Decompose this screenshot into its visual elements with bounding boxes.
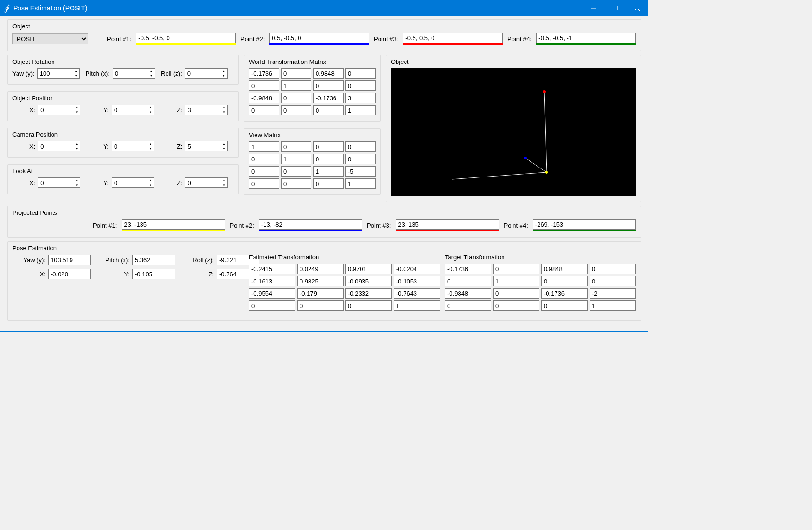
matrix-cell [541,276,588,286]
spin-down-icon[interactable]: ▼ [221,110,227,115]
spin-down-icon[interactable]: ▼ [147,183,154,187]
matrix-cell [249,300,295,311]
estimated-title: Estimated Transformation [249,254,440,261]
lookz-spinner[interactable]: ▲▼ [185,177,228,188]
proj3-underline [396,230,499,231]
spin-down-icon[interactable]: ▼ [221,73,227,78]
lookz-label: Z: [177,179,183,186]
spin-down-icon[interactable]: ▼ [221,146,227,151]
world-matrix-title: World Transformation Matrix [249,58,376,65]
pitch-spinner[interactable]: ▲▼ [113,68,155,79]
posz-label: Z: [177,106,183,114]
matrix-cell [345,288,392,299]
matrix-cell [445,264,491,274]
matrix-cell [249,166,279,177]
spin-down-icon[interactable]: ▼ [148,73,155,78]
matrix-cell [281,105,311,115]
point4-input[interactable] [536,33,636,43]
viewport-title: Object [391,58,636,65]
matrix-cell [345,276,392,286]
spin-down-icon[interactable]: ▼ [73,146,80,151]
matrix-cell [313,68,344,79]
matrix-cell [345,93,376,103]
projected-title: Projected Points [12,209,636,216]
posx-spinner[interactable]: ▲▼ [38,105,80,115]
viewport-3d[interactable] [391,68,636,196]
rotation-group: Object Rotation Yaw (y):▲▼ Pitch (x):▲▼ … [7,55,239,85]
yaw-spinner[interactable]: ▲▼ [37,68,80,79]
roll-spinner[interactable]: ▲▼ [185,68,228,79]
proj2-underline [259,230,362,231]
maximize-button[interactable] [604,0,626,16]
spin-down-icon[interactable]: ▼ [221,183,227,187]
spin-up-icon[interactable]: ▲ [73,178,80,183]
viewport-group: Object [386,55,641,202]
svg-point-9 [524,157,527,159]
spin-down-icon[interactable]: ▼ [73,110,80,115]
matrix-cell [345,68,376,79]
matrix-cell [394,288,440,299]
view-matrix-grid [249,141,376,189]
posy-spinner[interactable]: ▲▼ [112,105,154,115]
spin-up-icon[interactable]: ▲ [73,141,80,146]
minimize-button[interactable] [583,0,604,16]
spin-down-icon[interactable]: ▼ [73,183,80,187]
spin-up-icon[interactable]: ▲ [73,105,80,110]
matrix-cell [249,80,279,91]
proj1-output [122,219,225,230]
proj3-label: Point #3: [367,222,391,229]
main-window: ∮ Pose Estimation (POSIT) Object POSIT P… [0,0,648,332]
spin-up-icon[interactable]: ▲ [221,105,227,110]
matrix-cell [445,276,491,286]
spin-up-icon[interactable]: ▲ [147,178,154,183]
svg-point-7 [545,171,548,174]
target-matrix-grid [445,264,636,311]
matrix-cell [590,300,636,311]
spin-up-icon[interactable]: ▲ [73,69,79,73]
spin-down-icon[interactable]: ▼ [147,146,154,151]
matrix-cell [249,68,279,79]
svg-rect-1 [613,6,618,10]
position-group: Object Position X:▲▼ Y:▲▼ Z:▲▼ [7,91,239,121]
window-buttons [583,0,648,16]
matrix-cell [281,154,311,164]
lookx-spinner[interactable]: ▲▼ [38,177,80,188]
proj2-label: Point #2: [230,222,254,229]
camy-spinner[interactable]: ▲▼ [112,141,154,151]
matrix-cell [541,264,588,274]
matrix-cell [249,105,279,115]
spin-up-icon[interactable]: ▲ [221,69,227,73]
spin-down-icon[interactable]: ▼ [147,110,154,115]
camx-spinner[interactable]: ▲▼ [38,141,80,151]
close-button[interactable] [626,0,648,16]
posz-spinner[interactable]: ▲▼ [185,105,228,115]
matrix-cell [297,264,344,274]
world-matrix-grid [249,68,376,115]
spin-up-icon[interactable]: ▲ [221,178,227,183]
point1-input[interactable] [136,33,236,43]
matrix-cell [281,80,311,91]
matrix-cell [493,276,539,286]
posx-label: X: [29,106,35,114]
spin-up-icon[interactable]: ▲ [147,141,154,146]
lookat-group: Look At X:▲▼ Y:▲▼ Z:▲▼ [7,164,239,194]
matrix-cell [249,264,295,274]
point3-input[interactable] [403,33,503,43]
looky-spinner[interactable]: ▲▼ [112,177,154,188]
camz-spinner[interactable]: ▲▼ [185,141,228,151]
spin-down-icon[interactable]: ▼ [73,73,79,78]
proj2-output [259,219,362,230]
point2-input[interactable] [269,33,369,43]
matrix-cell [345,154,376,164]
spin-up-icon[interactable]: ▲ [221,141,227,146]
algorithm-select[interactable]: POSIT [12,33,88,44]
matrix-cell [345,141,376,152]
pose-x-label: X: [12,271,45,278]
target-group: Target Transformation [445,254,636,311]
matrix-cell [281,93,311,103]
spin-up-icon[interactable]: ▲ [148,69,155,73]
point3-label: Point #3: [374,35,398,43]
spin-up-icon[interactable]: ▲ [147,105,154,110]
pose-roll-label: Roll (z): [181,256,214,264]
titlebar[interactable]: ∮ Pose Estimation (POSIT) [0,0,648,16]
